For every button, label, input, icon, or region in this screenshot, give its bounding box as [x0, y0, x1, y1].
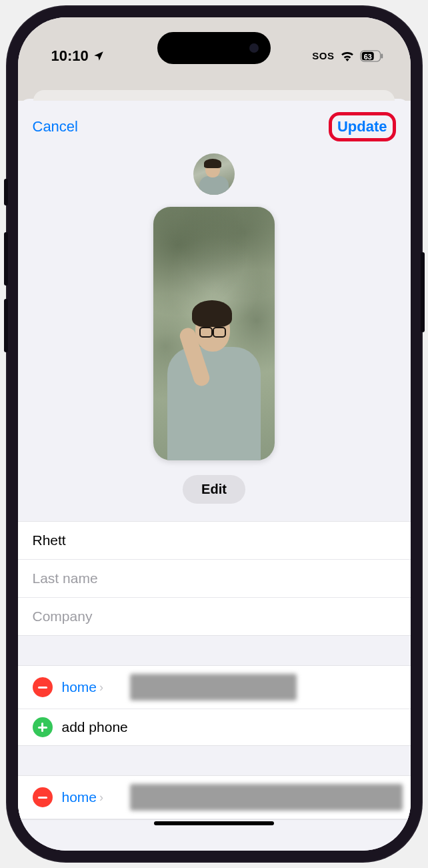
chevron-right-icon: ›	[99, 681, 103, 695]
phone-section: home › add phone	[18, 665, 411, 746]
email-row-1: home ›	[18, 776, 411, 819]
last-name-input[interactable]	[33, 570, 396, 586]
side-button-power	[421, 252, 425, 332]
side-button-vol-down	[4, 299, 8, 352]
phone-label-text: home	[62, 679, 97, 695]
last-name-row	[18, 560, 411, 598]
home-indicator[interactable]	[154, 821, 274, 825]
section-spacer	[18, 636, 411, 665]
sos-indicator: SOS	[312, 50, 334, 61]
side-button-vol-up	[4, 232, 8, 286]
contact-poster-area: Edit	[18, 148, 411, 521]
first-name-input[interactable]	[33, 532, 396, 548]
first-name-row	[18, 522, 411, 560]
remove-phone-button[interactable]	[33, 677, 53, 697]
modal-header: Cancel Update	[18, 99, 411, 148]
svg-text:63: 63	[363, 52, 371, 60]
battery-icon: 63	[360, 50, 384, 62]
add-phone-label: add phone	[62, 719, 128, 735]
cancel-button[interactable]: Cancel	[33, 118, 78, 135]
email-label-picker[interactable]: home ›	[62, 789, 121, 805]
remove-email-button[interactable]	[33, 787, 53, 807]
contact-avatar-small[interactable]	[193, 153, 235, 195]
email-section: home ›	[18, 775, 411, 820]
dynamic-island	[157, 32, 271, 64]
phone-row-1: home ›	[18, 666, 411, 709]
email-label-text: home	[62, 789, 97, 805]
edit-contact-modal: Cancel Update	[18, 99, 411, 851]
edit-poster-button[interactable]: Edit	[183, 475, 245, 504]
company-input[interactable]	[33, 608, 396, 624]
add-phone-row[interactable]: add phone	[18, 709, 411, 745]
svg-rect-2	[381, 53, 383, 58]
background-sheet-peek	[18, 81, 411, 101]
name-section	[18, 521, 411, 636]
update-button[interactable]: Update	[337, 118, 387, 135]
add-phone-button[interactable]	[33, 717, 53, 737]
iphone-frame: 10:10 SOS 63	[6, 5, 423, 863]
location-icon	[93, 50, 105, 62]
phone-number-redacted[interactable]	[130, 674, 297, 701]
email-value-redacted[interactable]	[130, 784, 403, 811]
company-row	[18, 598, 411, 635]
chevron-right-icon: ›	[99, 791, 103, 805]
update-highlight: Update	[329, 112, 396, 141]
screen: 10:10 SOS 63	[18, 17, 411, 851]
contact-poster[interactable]	[153, 207, 275, 460]
status-time: 10:10	[51, 47, 89, 65]
side-button-silence	[4, 179, 8, 205]
phone-label-picker[interactable]: home ›	[62, 679, 121, 695]
wifi-icon	[340, 51, 355, 61]
